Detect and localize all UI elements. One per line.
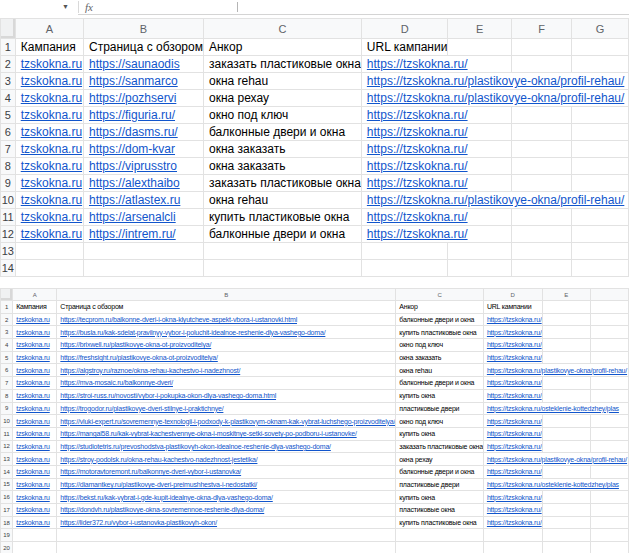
cell-link[interactable]: https://tzskokna.ru/: [367, 57, 468, 71]
column-header-F[interactable]: F: [511, 19, 571, 39]
cell-link[interactable]: https://tzskokna.ru/plastikovye-okna/pro…: [367, 74, 624, 88]
cell[interactable]: tzskokna.ru: [13, 389, 57, 402]
cell[interactable]: [591, 440, 629, 453]
cell[interactable]: [542, 389, 591, 402]
cell-link[interactable]: https://tzskokna.ru/: [367, 210, 468, 224]
cell[interactable]: [542, 301, 591, 314]
cell-link[interactable]: https://tzskokna.ru/: [487, 519, 542, 526]
cell[interactable]: https://trogodor.ru/plastikovye-dveri-st…: [57, 402, 396, 415]
cell[interactable]: tzskokna.ru: [13, 440, 57, 453]
cell[interactable]: https://mangal58.ru/kak-vybrat-kachestve…: [57, 427, 396, 440]
row-header-1[interactable]: 1: [1, 301, 13, 314]
cell-link[interactable]: https://tzskokna.ru/osteklenie-kottedzhe…: [487, 405, 619, 412]
cell-link[interactable]: tzskokna.ru: [21, 176, 82, 190]
cell[interactable]: tzskokna.ru: [13, 465, 57, 478]
select-all-corner[interactable]: [1, 289, 13, 301]
cell[interactable]: [361, 260, 448, 277]
row-header-5[interactable]: 5: [1, 351, 13, 364]
cell-link[interactable]: https://tzskokna.ru/: [367, 176, 468, 190]
row-header-4[interactable]: 4: [1, 90, 16, 107]
cell[interactable]: [591, 491, 629, 504]
cell[interactable]: [591, 415, 629, 428]
cell[interactable]: [511, 243, 571, 260]
cell-link[interactable]: https://tzskokna.ru/: [487, 443, 542, 450]
cell[interactable]: https://algstroy.ru/raznoe/okna-rehau-ka…: [57, 364, 396, 377]
column-header-D[interactable]: D: [361, 19, 448, 39]
cell[interactable]: [511, 124, 571, 141]
cell[interactable]: [591, 504, 629, 517]
cell-link[interactable]: https://brixwell.ru/plastikovye-okna-ot-…: [60, 341, 211, 348]
cell-link[interactable]: https://tzskokna.ru/: [367, 227, 468, 241]
cell[interactable]: Страница с обзором: [83, 39, 203, 56]
row-header-14[interactable]: 14: [1, 260, 16, 277]
column-header-B[interactable]: B: [57, 289, 396, 301]
cell[interactable]: https://figuria.ru/: [83, 107, 203, 124]
cell[interactable]: tzskokna.ru: [15, 209, 83, 226]
cell[interactable]: [591, 542, 629, 553]
cell[interactable]: [448, 39, 512, 56]
cell-link[interactable]: https://bekst.ru/kak-vybrat-i-gde-kupit-…: [60, 494, 272, 501]
row-header-9[interactable]: 9: [1, 402, 13, 415]
cell[interactable]: окно под ключ: [203, 107, 361, 124]
row-header-4[interactable]: 4: [1, 339, 13, 352]
cell-link[interactable]: https://intrem.ru/: [89, 227, 176, 241]
cell-link[interactable]: https://freshsight.ru/plastikovye-okna-o…: [60, 354, 217, 361]
cell[interactable]: [83, 243, 203, 260]
cell[interactable]: окна заказать: [203, 158, 361, 175]
cell[interactable]: https://tzskokna.ru/: [361, 209, 511, 226]
cell[interactable]: https://tzskokna.ru/: [483, 465, 542, 478]
cell[interactable]: [203, 260, 361, 277]
cell[interactable]: [15, 243, 83, 260]
cell[interactable]: Кампания: [15, 39, 83, 56]
cell-link[interactable]: https://stroi-russ.ru/novosti/vybor-i-po…: [60, 392, 276, 399]
cell[interactable]: [511, 260, 571, 277]
cell[interactable]: [542, 529, 591, 542]
cell[interactable]: https://saunaodis: [83, 56, 203, 73]
cell-link[interactable]: https://atlastex.ru: [89, 193, 180, 207]
cell-link[interactable]: https://tzskokna.ru/plastikovye-okna/pro…: [367, 91, 624, 105]
cell[interactable]: https://tzskokna.ru/plastikovye-okna/pro…: [361, 192, 628, 209]
cell-link[interactable]: tzskokna.ru: [21, 210, 82, 224]
cell-link[interactable]: tzskokna.ru: [21, 91, 82, 105]
cell[interactable]: [483, 529, 542, 542]
row-header-12[interactable]: 12: [1, 440, 13, 453]
cell[interactable]: окна rehau: [396, 364, 484, 377]
cell[interactable]: https://tzskokna.ru/: [483, 377, 542, 390]
cell[interactable]: Анкор: [396, 301, 484, 314]
cell-link[interactable]: https://stroy-podolsk.ru/okna-rehau-kach…: [60, 456, 257, 463]
row-header-16[interactable]: 16: [1, 491, 13, 504]
row-header-17[interactable]: 17: [1, 504, 13, 517]
cell[interactable]: https://tzskokna.ru/: [483, 491, 542, 504]
row-header-3[interactable]: 3: [1, 73, 16, 90]
cell[interactable]: tzskokna.ru: [13, 453, 57, 466]
cell[interactable]: окна заказать: [203, 141, 361, 158]
cell[interactable]: https://tzskokna.ru/: [483, 313, 542, 326]
cell-link[interactable]: https://tzskokna.ru/: [487, 316, 542, 323]
cell[interactable]: https://tzskokna.ru/plastikovye-okna/pro…: [483, 453, 628, 466]
cell[interactable]: [448, 260, 512, 277]
cell[interactable]: Анкор: [203, 39, 361, 56]
cell-link[interactable]: https://dom-kvar: [89, 142, 175, 156]
cell-link[interactable]: https://motoravtoremont.ru/balkonnye-dve…: [60, 468, 241, 475]
cell[interactable]: [203, 243, 361, 260]
cell[interactable]: https://intrem.ru/: [83, 226, 203, 243]
cell-link[interactable]: tzskokna.ru: [16, 519, 50, 526]
cell[interactable]: [542, 377, 591, 390]
cell[interactable]: купить пластиковые окна: [396, 326, 484, 339]
cell[interactable]: tzskokna.ru: [15, 56, 83, 73]
column-header-A[interactable]: A: [13, 289, 57, 301]
cell[interactable]: купить пластиковые окна: [396, 516, 484, 529]
cell[interactable]: [511, 56, 571, 73]
cell[interactable]: балконные двери и окна: [203, 226, 361, 243]
cell[interactable]: URL кампании: [483, 301, 542, 314]
cell[interactable]: Страница с обзором: [57, 301, 396, 314]
cell[interactable]: [572, 141, 629, 158]
cell[interactable]: tzskokna.ru: [13, 427, 57, 440]
column-header-C[interactable]: C: [396, 289, 484, 301]
cell[interactable]: [542, 415, 591, 428]
cell[interactable]: [572, 175, 629, 192]
cell[interactable]: [591, 339, 629, 352]
cell[interactable]: [57, 529, 396, 542]
row-header-3[interactable]: 3: [1, 326, 13, 339]
cell[interactable]: [572, 209, 629, 226]
